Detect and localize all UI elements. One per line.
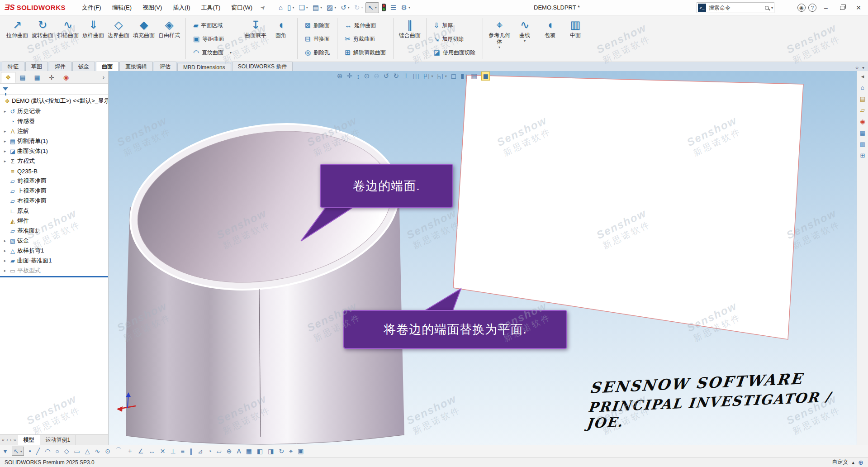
ribbon-button-加厚切除[interactable]: ↘加厚切除 — [432, 32, 477, 46]
tab-评估[interactable]: 评估 — [154, 62, 176, 71]
panel-expand-icon[interactable]: › — [100, 74, 107, 81]
tab-运动算例1[interactable]: 运动算例1 — [40, 435, 76, 445]
plane-tool-icon[interactable]: ▱ — [217, 448, 222, 455]
expand-arrow-icon[interactable]: ▸ — [2, 129, 8, 133]
tree-item-Q235-B[interactable]: ≡Q235-B — [0, 166, 108, 176]
ribbon-button-延伸曲面[interactable]: ↔延伸曲面 — [343, 19, 388, 32]
slot-tool-icon[interactable]: ⊙ — [105, 448, 110, 455]
dropdown-caret[interactable]: ▾ — [348, 5, 350, 10]
customize-label[interactable]: 自定义 — [832, 458, 848, 466]
expand-arrow-icon[interactable]: ▸ — [2, 258, 8, 263]
ribbon-button-剪裁曲面[interactable]: ✂剪裁曲面 — [343, 32, 388, 46]
trim-tool-icon[interactable]: ✕ — [160, 448, 166, 455]
tree-item-右视基准面[interactable]: ▱右视基准面 — [0, 196, 108, 206]
propertymanager-tab[interactable]: ▤ — [15, 72, 30, 83]
home-button[interactable]: ⌂ — [277, 3, 285, 13]
tab-焊件[interactable]: 焊件 — [49, 62, 71, 71]
select-tool-icon[interactable]: ↖▾ — [12, 447, 24, 456]
table-tool-icon[interactable]: ▦ — [246, 448, 252, 455]
line-tool-icon[interactable]: ╱ — [36, 448, 40, 455]
mirror-tool-icon[interactable]: ↔ — [149, 448, 155, 455]
edit-appearance-icon[interactable]: ◧ — [460, 72, 467, 80]
ribbon-button-包覆[interactable]: ◖包覆 — [537, 17, 563, 38]
configurationmanager-tab[interactable]: ▦ — [30, 72, 44, 83]
point-tool-icon[interactable]: • — [29, 448, 31, 455]
ribbon-button-参考几何体[interactable]: ⌖参考几何体▾ — [487, 17, 512, 49]
custom-properties-icon[interactable]: ▦ — [860, 129, 865, 136]
dropdown-caret[interactable]: ▾ — [431, 74, 433, 78]
previous-view-icon[interactable]: ↺ — [384, 72, 389, 80]
close-button[interactable]: ✕ — [852, 2, 865, 14]
ellipse-tool-icon[interactable]: ◇ — [64, 448, 69, 455]
dropdown-caret[interactable]: ▾ — [306, 5, 308, 10]
print-button[interactable]: ▨▾ — [325, 3, 338, 13]
pan-icon[interactable]: ✛ — [347, 72, 353, 80]
search-input[interactable]: 搜索命令 — [706, 4, 765, 12]
ribbon-button-等距曲面[interactable]: ▣等距曲面 — [191, 32, 233, 46]
tab-直接编辑[interactable]: 直接编辑 — [119, 62, 153, 71]
redo-button[interactable]: ↻▾ — [352, 3, 365, 13]
rotate-tool-icon[interactable]: ↻ — [279, 448, 285, 455]
tab-特征[interactable]: 特征 — [2, 62, 24, 71]
dropdown-caret[interactable]: ▾ — [498, 45, 500, 49]
tab-scroll-icon[interactable]: ‹› — [855, 65, 859, 70]
dropdown-caret[interactable]: ▾ — [292, 5, 294, 10]
ribbon-button-中面[interactable]: ▥中面 — [563, 17, 588, 38]
expand-arrow-icon[interactable]: ▸ — [2, 139, 8, 143]
save-button[interactable]: ▤▾ — [311, 3, 324, 13]
ribbon-button-平面区域[interactable]: ▰平面区域 — [191, 19, 233, 32]
tab-SOLIDWORKS 插件[interactable]: SOLIDWORKS 插件 — [232, 62, 293, 71]
circle-tool-icon[interactable]: ○ — [55, 448, 59, 455]
expand-arrow-icon[interactable]: ▸ — [2, 238, 8, 243]
forum-icon[interactable]: ▥ — [860, 141, 865, 148]
dropdown-caret[interactable]: ▾ — [230, 51, 232, 55]
file-explorer-icon[interactable]: ▱ — [860, 107, 865, 114]
command-search[interactable]: >_ 搜索命令 ▾ — [697, 2, 774, 13]
zoom-area-icon[interactable]: ⊙ — [364, 72, 370, 80]
sketch-tool-icon[interactable]: ▾ — [4, 448, 7, 455]
tree-item-注解[interactable]: ▸A注解 — [0, 126, 108, 136]
tree-root-item[interactable]: ❖ DEMO (默认<按加工>) <<默认>_显示 — [0, 95, 108, 106]
expand-arrow-icon[interactable]: ▸ — [2, 268, 8, 273]
minimize-button[interactable]: – — [819, 2, 833, 14]
ribbon-button-圆角[interactable]: ◖圆角 — [268, 17, 294, 38]
note-tool-icon[interactable]: ▣ — [298, 448, 304, 455]
undo-button[interactable]: ↺▾ — [339, 3, 351, 13]
ribbon-button-直纹曲面[interactable]: ◠直纹曲面▾ — [191, 46, 233, 59]
menu-文件(F)[interactable]: 文件(F) — [77, 2, 106, 14]
shade-tool-icon[interactable]: ◨ — [268, 448, 274, 455]
ribbon-button-缝合曲面[interactable]: ∥缝合曲面 — [397, 17, 422, 38]
tree-item-放样折弯1[interactable]: ▸△放样折弯1 — [0, 246, 108, 256]
hide-show-items-icon[interactable]: ◻ — [451, 72, 456, 80]
arc-tool-icon[interactable]: ◠ — [45, 448, 50, 455]
apply-scene-icon[interactable]: ▦ — [471, 72, 477, 80]
surface-tool-icon[interactable]: ◧ — [257, 448, 263, 455]
ribbon-button-自由样式[interactable]: ◈自由样式 — [157, 17, 182, 38]
account-icon[interactable]: ◉ — [797, 4, 806, 12]
tab-nav-icon[interactable]: » — [13, 437, 16, 443]
view-orientation-icon[interactable]: ◰▾ — [423, 72, 433, 80]
dimension-tool-icon[interactable]: ⊿ — [198, 448, 203, 455]
zoom-selection-icon[interactable]: ⊖ — [374, 72, 379, 80]
dropdown-caret[interactable]: ▾ — [375, 5, 377, 10]
menu-窗口(W)[interactable]: 窗口(W) — [227, 2, 257, 14]
filter-icon[interactable] — [3, 87, 8, 91]
appearances-icon[interactable]: ◉ — [860, 118, 865, 125]
ribbon-button-替换面[interactable]: ⊟替换面 — [303, 32, 332, 46]
tab-nav-icon[interactable]: « — [2, 437, 5, 443]
tree-item-方程式[interactable]: ▸Σ方程式 — [0, 156, 108, 166]
menu-视图(V)[interactable]: 视图(V) — [138, 2, 166, 14]
rectangle-tool-icon[interactable]: ▭ — [74, 448, 80, 455]
polygon-tool-icon[interactable]: △ — [85, 448, 90, 455]
offset-tool-icon[interactable]: ⊕ — [227, 448, 232, 455]
search-dropdown-caret[interactable]: ▾ — [771, 6, 773, 10]
dropdown-caret[interactable]: ▾ — [408, 5, 410, 10]
tree-item-原点[interactable]: ∟原点 — [0, 206, 108, 216]
tree-item-曲面实体(1)[interactable]: ▸◪曲面实体(1) — [0, 146, 108, 156]
perpendicular-tool-icon[interactable]: ⊥ — [170, 448, 175, 455]
tree-item-曲面-基准面1[interactable]: ▸▰曲面-基准面1 — [0, 256, 108, 266]
tree-item-前视基准面[interactable]: ▱前视基准面 — [0, 176, 108, 186]
tab-MBD Dimensions[interactable]: MBD Dimensions — [177, 63, 231, 71]
section-view-icon[interactable]: ◫ — [413, 72, 419, 80]
ribbon-button-扫描曲面[interactable]: ∿扫描曲面 — [55, 17, 81, 38]
